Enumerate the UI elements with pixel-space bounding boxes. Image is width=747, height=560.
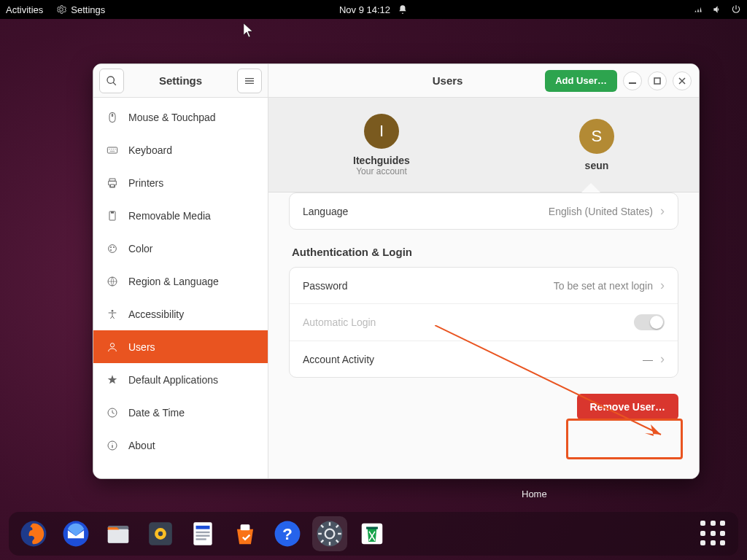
content-header: Users Add User…: [268, 64, 699, 98]
dock-files[interactable]: [101, 516, 136, 551]
notification-bell-icon: [398, 4, 408, 15]
topbar-system-area[interactable]: [693, 4, 741, 15]
minimize-icon: [629, 77, 636, 85]
sidebar-item-label: Accessibility: [128, 308, 184, 320]
svg-point-6: [110, 249, 112, 251]
svg-rect-19: [108, 529, 129, 543]
row-label: Password: [303, 280, 347, 292]
clock-icon: [107, 407, 118, 419]
close-icon: [678, 77, 686, 85]
topbar-app-indicator[interactable]: Settings: [56, 4, 105, 15]
chevron-right-icon: ›: [660, 278, 665, 293]
color-icon: [107, 243, 118, 254]
sidebar-item-label: Keyboard: [128, 144, 172, 156]
dock-help[interactable]: ?: [270, 516, 305, 551]
sidebar-item-about[interactable]: About: [93, 429, 268, 462]
trash-icon: [358, 520, 386, 548]
svg-rect-0: [107, 147, 117, 153]
sidebar-item-default-apps[interactable]: Default Applications: [93, 363, 268, 396]
svg-point-22: [158, 532, 163, 536]
sidebar-item-accessibility[interactable]: Accessibility: [93, 298, 268, 330]
row-label: Account Activity: [303, 354, 374, 365]
topbar-app-name: Settings: [71, 4, 105, 15]
hamburger-menu-button[interactable]: [237, 69, 262, 93]
autologin-row: Automatic Login: [290, 303, 678, 341]
user-chip-seun[interactable]: S seun: [579, 119, 614, 171]
topbar-clock[interactable]: Nov 9 14:12: [339, 4, 408, 15]
svg-rect-2: [111, 211, 114, 214]
close-button[interactable]: [673, 71, 692, 90]
sidebar-title: Settings: [130, 74, 231, 87]
settings-window: Settings Mouse & Touchpad Keyboard Print…: [93, 63, 700, 479]
password-row[interactable]: Password To be set at next login›: [290, 268, 678, 303]
svg-point-8: [112, 310, 114, 312]
dock-thunderbird[interactable]: [58, 516, 93, 551]
mouse-cursor: [244, 23, 254, 38]
dock-libreoffice-writer[interactable]: [185, 516, 220, 551]
star-icon: [107, 374, 118, 386]
rhythmbox-icon: [147, 520, 174, 548]
chevron-right-icon: ›: [660, 203, 665, 219]
gear-icon: [56, 4, 66, 15]
sidebar-item-label: Region & Language: [128, 276, 219, 287]
svg-rect-24: [196, 526, 210, 529]
language-row[interactable]: Language English (United States)›: [290, 193, 678, 229]
user-name: Itechguides: [353, 155, 410, 166]
sidebar-item-label: Date & Time: [128, 407, 185, 419]
sidebar-item-label: Color: [128, 243, 152, 254]
dock-rhythmbox[interactable]: [143, 516, 178, 551]
sidebar-item-printers[interactable]: Printers: [93, 166, 268, 199]
sidebar-item-removable[interactable]: Removable Media: [93, 199, 268, 232]
sidebar-item-mouse[interactable]: Mouse & Touchpad: [93, 101, 268, 133]
sidebar-item-label: Users: [128, 341, 155, 353]
search-icon: [106, 75, 117, 87]
clock-text: Nov 9 14:12: [339, 4, 390, 15]
sidebar-item-region[interactable]: Region & Language: [93, 265, 268, 298]
row-value: —: [643, 354, 653, 365]
sidebar-item-keyboard[interactable]: Keyboard: [93, 133, 268, 166]
writer-icon: [189, 520, 217, 548]
help-icon: ?: [274, 520, 301, 548]
user-subtitle: Your account: [353, 166, 410, 176]
dock-settings[interactable]: [312, 516, 347, 551]
sidebar-header: Settings: [93, 64, 268, 98]
desktop-home-icon-label[interactable]: Home: [522, 489, 547, 499]
svg-rect-25: [196, 532, 210, 533]
activities-button[interactable]: Activities: [6, 4, 43, 15]
auth-card: Password To be set at next login› Automa…: [289, 267, 678, 378]
sidebar-item-users[interactable]: Users: [93, 330, 268, 363]
dock-show-apps[interactable]: [696, 516, 731, 551]
svg-rect-28: [241, 524, 250, 530]
account-activity-row[interactable]: Account Activity —›: [290, 341, 678, 377]
apps-grid-icon: [700, 521, 727, 547]
user-name: seun: [579, 160, 614, 171]
settings-content: Users Add User… I Itechguides Your accou…: [268, 64, 699, 478]
hamburger-icon: [244, 75, 255, 87]
sidebar-item-label: Mouse & Touchpad: [128, 112, 216, 123]
autologin-toggle[interactable]: [634, 314, 665, 330]
sidebar-item-label: Printers: [128, 177, 163, 189]
remove-user-button[interactable]: Remove User…: [577, 394, 679, 420]
sidebar-item-color[interactable]: Color: [93, 232, 268, 265]
dock-trash[interactable]: [355, 516, 390, 551]
svg-point-3: [109, 244, 117, 252]
dock-ubuntu-software[interactable]: [228, 516, 263, 551]
add-user-button[interactable]: Add User…: [545, 70, 617, 92]
dock-firefox[interactable]: [16, 516, 51, 551]
users-icon: [107, 341, 118, 353]
user-chip-itechguides[interactable]: I Itechguides Your account: [353, 114, 410, 176]
chevron-right-icon: ›: [660, 351, 665, 367]
minimize-button[interactable]: [623, 71, 642, 90]
svg-rect-34: [366, 527, 378, 529]
network-icon: [693, 4, 703, 15]
user-settings-panel: Language English (United States)› Authen…: [268, 192, 699, 478]
selected-user-indicator: [581, 183, 600, 192]
maximize-button[interactable]: [648, 71, 667, 90]
sidebar-item-label: Removable Media: [128, 210, 211, 222]
row-label: Automatic Login: [303, 316, 376, 328]
search-button[interactable]: [99, 69, 124, 93]
sidebar-item-datetime[interactable]: Date & Time: [93, 396, 268, 429]
volume-icon: [712, 4, 722, 15]
svg-point-4: [110, 246, 112, 248]
svg-point-5: [113, 246, 115, 248]
